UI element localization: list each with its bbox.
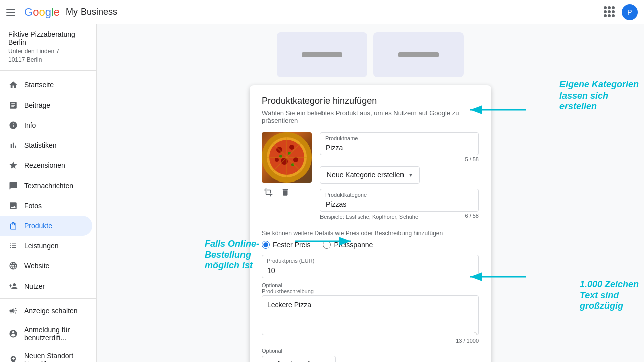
add-location-icon xyxy=(8,355,18,362)
sidebar-item-info[interactable]: Info xyxy=(0,115,92,135)
sidebar-label: Textnachrichten xyxy=(24,182,73,190)
product-category-field: Produktkategorie Beispiele: Esstische, K… xyxy=(320,189,479,220)
product-price-label: Produktpreis (EUR) xyxy=(267,258,314,264)
account-circle-icon xyxy=(8,329,18,339)
textarea-wrapper: Leckere Pizza ⤡ xyxy=(262,295,479,337)
topbar: Google My Business P xyxy=(0,0,644,24)
home-icon xyxy=(8,80,18,90)
sidebar-item-nutzer[interactable]: Nutzer xyxy=(0,276,92,296)
sidebar-label: Beiträge xyxy=(24,101,50,109)
svg-point-6 xyxy=(293,157,298,162)
fixed-price-radio[interactable] xyxy=(262,241,270,249)
sidebar-label: Produkte xyxy=(24,222,52,230)
menu-icon[interactable] xyxy=(6,6,18,18)
list-icon xyxy=(8,241,18,251)
svg-point-7 xyxy=(275,158,279,162)
sidebar-label: Nutzer xyxy=(24,282,45,290)
preview-cards xyxy=(105,32,636,77)
sidebar-label: Neuen Standort hinzufügen xyxy=(24,352,84,362)
bar-chart-icon xyxy=(8,140,18,150)
crop-icon[interactable] xyxy=(262,186,275,200)
sidebar-item-rezensionen[interactable]: Rezensionen xyxy=(0,155,92,175)
sidebar-label: Startseite xyxy=(24,81,54,89)
sidebar-item-leistungen[interactable]: Leistungen xyxy=(0,236,92,256)
sidebar-nav: Startseite Beiträge Info Statistiken xyxy=(0,71,96,362)
image-tools xyxy=(262,186,312,200)
preview-card-2 xyxy=(373,32,464,77)
sidebar-label: Anzeige schalten xyxy=(24,307,78,315)
image-section: Produktname 5 / 58 Neue Kategorie erstel… xyxy=(262,132,479,224)
sidebar: Fiktive Pizzaberatung Berlin Unter den L… xyxy=(0,24,97,362)
arrow-right xyxy=(468,102,528,117)
sidebar-label: Rezensionen xyxy=(24,161,65,169)
category-counter: 6 / 58 xyxy=(465,213,479,220)
business-name: Fiktive Pizzaberatung Berlin xyxy=(8,30,88,46)
product-price-field: Produktpreis (EUR) xyxy=(262,255,479,278)
chevron-down-icon: ▼ xyxy=(408,172,413,178)
article-icon xyxy=(8,100,18,110)
layout: Fiktive Pizzaberatung Berlin Unter den L… xyxy=(0,24,644,362)
info-icon xyxy=(8,120,18,130)
annotation-right: Eigene Kategorienlassen sicherstellen xyxy=(559,79,639,112)
dialog-overlay: Produktkategorie hinzufügen Wählen Sie e… xyxy=(105,85,636,362)
action-dropdown[interactable]: Online bestellen xyxy=(262,356,336,362)
dialog-title: Produktkategorie hinzufügen xyxy=(262,96,479,106)
sidebar-item-textnachrichten[interactable]: Textnachrichten xyxy=(0,175,92,196)
sidebar-label: Leistungen xyxy=(24,242,59,250)
topbar-right: P xyxy=(604,4,638,20)
product-name-counter: 5 / 58 xyxy=(320,156,479,162)
svg-point-4 xyxy=(289,145,294,150)
main-content: Produktkategorie hinzufügen Wählen Sie e… xyxy=(97,24,644,362)
product-image xyxy=(262,132,312,183)
product-image-container xyxy=(262,132,312,224)
star-icon xyxy=(8,160,18,170)
resize-handle: ⤡ xyxy=(474,330,478,336)
dropdown-wrapper: Online bestellen ▼ xyxy=(262,356,336,362)
photo-icon xyxy=(8,201,18,211)
preview-card-1 xyxy=(277,32,367,77)
sidebar-label: Fotos xyxy=(24,202,42,210)
new-category-button[interactable]: Neue Kategorie erstellen ▼ xyxy=(320,166,420,184)
dialog: Produktkategorie hinzufügen Wählen Sie e… xyxy=(250,85,491,362)
name-category-section: Produktname 5 / 58 Neue Kategorie erstel… xyxy=(320,132,479,224)
message-icon xyxy=(8,180,18,191)
annotation-right-bottom: 1.000 ZeichenText sindgroßzügig xyxy=(580,279,639,312)
topbar-left: Google My Business xyxy=(6,6,117,19)
dialog-subtitle: Wählen Sie ein beliebtes Produkt aus, um… xyxy=(262,109,479,124)
sidebar-item-produkte[interactable]: Produkte xyxy=(0,216,92,236)
optional-label: Optional xyxy=(262,348,479,354)
nav-divider xyxy=(0,298,96,299)
app-title: My Business xyxy=(66,7,117,17)
sidebar-item-beitraege[interactable]: Beiträge xyxy=(0,95,92,115)
sidebar-label: Website xyxy=(24,262,49,270)
sidebar-label: Anmeldung für benutzerdifi... xyxy=(24,326,84,342)
avatar[interactable]: P xyxy=(622,4,638,20)
sidebar-label: Info xyxy=(24,121,36,129)
sidebar-label: Statistiken xyxy=(24,141,57,149)
description-input[interactable]: Leckere Pizza xyxy=(262,295,479,335)
sidebar-item-statistiken[interactable]: Statistiken xyxy=(0,135,92,155)
sidebar-item-fotos[interactable]: Fotos xyxy=(0,196,92,216)
sidebar-item-anzeige[interactable]: Anzeige schalten xyxy=(0,301,92,321)
description-field: OptionalProduktbeschreibung Leckere Pizz… xyxy=(262,282,479,344)
business-address: Unter den Linden 7 10117 Berlin xyxy=(8,47,88,64)
google-logo: Google xyxy=(24,6,60,19)
sidebar-item-startseite[interactable]: Startseite xyxy=(0,75,92,95)
annotation-bottom-left: Falls Online-Bestellungmöglich ist xyxy=(205,239,259,272)
delete-icon[interactable] xyxy=(279,186,292,200)
sidebar-item-neuer-standort[interactable]: Neuen Standort hinzufügen xyxy=(0,347,92,362)
new-category-label: Neue Kategorie erstellen xyxy=(327,171,404,179)
campaign-icon xyxy=(8,306,18,316)
shopping-bag-icon xyxy=(8,221,18,231)
product-category-label: Produktkategorie xyxy=(325,192,367,198)
sidebar-item-anmeldung[interactable]: Anmeldung für benutzerdifi... xyxy=(0,321,92,347)
arrow-bottom-left xyxy=(293,234,353,249)
category-hint: Beispiele: Esstische, Kopfhörer, Schuhe xyxy=(320,214,418,220)
person-add-icon xyxy=(8,281,18,291)
sidebar-item-website[interactable]: Website xyxy=(0,256,92,276)
product-name-label: Produktname xyxy=(325,135,358,141)
language-icon xyxy=(8,261,18,271)
business-info: Fiktive Pizzaberatung Berlin Unter den L… xyxy=(0,24,96,71)
apps-icon[interactable] xyxy=(604,6,616,18)
product-name-field: Produktname 5 / 58 xyxy=(320,132,479,162)
